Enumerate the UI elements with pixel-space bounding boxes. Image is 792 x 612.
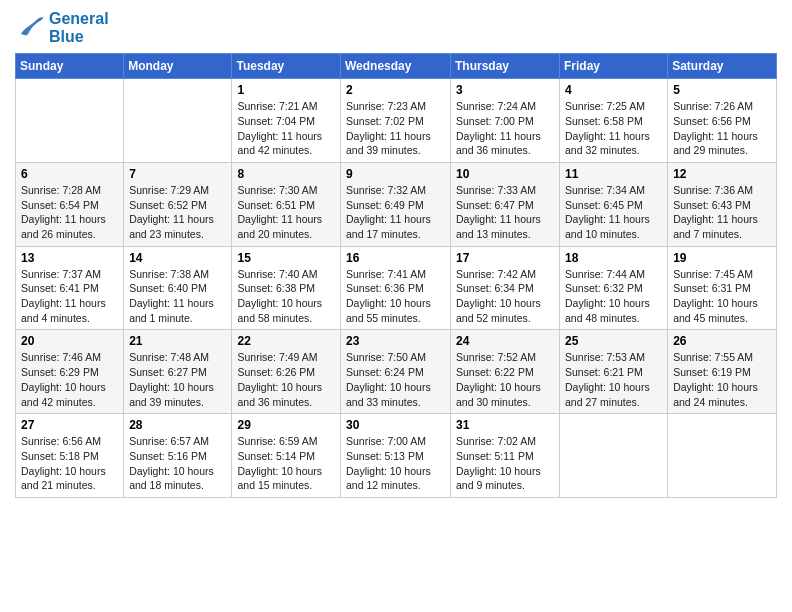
calendar-week-row: 1Sunrise: 7:21 AMSunset: 7:04 PMDaylight… (16, 79, 777, 163)
day-number: 1 (237, 83, 335, 97)
calendar-cell: 2Sunrise: 7:23 AMSunset: 7:02 PMDaylight… (341, 79, 451, 163)
day-number: 18 (565, 251, 662, 265)
day-info: Sunrise: 7:23 AMSunset: 7:02 PMDaylight:… (346, 99, 445, 158)
day-info: Sunrise: 7:24 AMSunset: 7:00 PMDaylight:… (456, 99, 554, 158)
day-number: 24 (456, 334, 554, 348)
calendar-cell: 11Sunrise: 7:34 AMSunset: 6:45 PMDayligh… (560, 162, 668, 246)
page-header: General Blue (15, 10, 777, 45)
day-info: Sunrise: 7:00 AMSunset: 5:13 PMDaylight:… (346, 434, 445, 493)
weekday-header: Wednesday (341, 54, 451, 79)
calendar-cell: 16Sunrise: 7:41 AMSunset: 6:36 PMDayligh… (341, 246, 451, 330)
day-info: Sunrise: 7:42 AMSunset: 6:34 PMDaylight:… (456, 267, 554, 326)
calendar-cell: 18Sunrise: 7:44 AMSunset: 6:32 PMDayligh… (560, 246, 668, 330)
day-info: Sunrise: 7:28 AMSunset: 6:54 PMDaylight:… (21, 183, 118, 242)
day-info: Sunrise: 7:25 AMSunset: 6:58 PMDaylight:… (565, 99, 662, 158)
calendar-cell: 19Sunrise: 7:45 AMSunset: 6:31 PMDayligh… (668, 246, 777, 330)
day-info: Sunrise: 7:49 AMSunset: 6:26 PMDaylight:… (237, 350, 335, 409)
weekday-header: Friday (560, 54, 668, 79)
day-info: Sunrise: 7:45 AMSunset: 6:31 PMDaylight:… (673, 267, 771, 326)
day-number: 14 (129, 251, 226, 265)
day-info: Sunrise: 7:34 AMSunset: 6:45 PMDaylight:… (565, 183, 662, 242)
day-info: Sunrise: 7:32 AMSunset: 6:49 PMDaylight:… (346, 183, 445, 242)
calendar-cell: 23Sunrise: 7:50 AMSunset: 6:24 PMDayligh… (341, 330, 451, 414)
calendar-cell: 8Sunrise: 7:30 AMSunset: 6:51 PMDaylight… (232, 162, 341, 246)
day-info: Sunrise: 7:55 AMSunset: 6:19 PMDaylight:… (673, 350, 771, 409)
calendar-cell: 14Sunrise: 7:38 AMSunset: 6:40 PMDayligh… (124, 246, 232, 330)
day-number: 8 (237, 167, 335, 181)
day-number: 21 (129, 334, 226, 348)
day-number: 30 (346, 418, 445, 432)
day-number: 13 (21, 251, 118, 265)
calendar-cell: 6Sunrise: 7:28 AMSunset: 6:54 PMDaylight… (16, 162, 124, 246)
calendar-week-row: 27Sunrise: 6:56 AMSunset: 5:18 PMDayligh… (16, 414, 777, 498)
day-info: Sunrise: 7:44 AMSunset: 6:32 PMDaylight:… (565, 267, 662, 326)
calendar-cell (560, 414, 668, 498)
day-number: 7 (129, 167, 226, 181)
weekday-header: Tuesday (232, 54, 341, 79)
logo-icon (15, 13, 45, 43)
calendar-cell: 21Sunrise: 7:48 AMSunset: 6:27 PMDayligh… (124, 330, 232, 414)
day-number: 16 (346, 251, 445, 265)
weekday-header: Monday (124, 54, 232, 79)
day-info: Sunrise: 7:38 AMSunset: 6:40 PMDaylight:… (129, 267, 226, 326)
calendar-cell: 1Sunrise: 7:21 AMSunset: 7:04 PMDaylight… (232, 79, 341, 163)
calendar-cell: 27Sunrise: 6:56 AMSunset: 5:18 PMDayligh… (16, 414, 124, 498)
weekday-row: SundayMondayTuesdayWednesdayThursdayFrid… (16, 54, 777, 79)
day-number: 25 (565, 334, 662, 348)
day-info: Sunrise: 6:59 AMSunset: 5:14 PMDaylight:… (237, 434, 335, 493)
calendar-cell: 4Sunrise: 7:25 AMSunset: 6:58 PMDaylight… (560, 79, 668, 163)
calendar-cell: 5Sunrise: 7:26 AMSunset: 6:56 PMDaylight… (668, 79, 777, 163)
calendar-cell: 29Sunrise: 6:59 AMSunset: 5:14 PMDayligh… (232, 414, 341, 498)
day-number: 4 (565, 83, 662, 97)
day-info: Sunrise: 7:40 AMSunset: 6:38 PMDaylight:… (237, 267, 335, 326)
calendar-cell: 20Sunrise: 7:46 AMSunset: 6:29 PMDayligh… (16, 330, 124, 414)
day-number: 27 (21, 418, 118, 432)
calendar-cell: 31Sunrise: 7:02 AMSunset: 5:11 PMDayligh… (451, 414, 560, 498)
day-number: 15 (237, 251, 335, 265)
day-number: 28 (129, 418, 226, 432)
day-info: Sunrise: 7:53 AMSunset: 6:21 PMDaylight:… (565, 350, 662, 409)
weekday-header: Sunday (16, 54, 124, 79)
day-info: Sunrise: 7:36 AMSunset: 6:43 PMDaylight:… (673, 183, 771, 242)
day-info: Sunrise: 7:52 AMSunset: 6:22 PMDaylight:… (456, 350, 554, 409)
day-info: Sunrise: 7:50 AMSunset: 6:24 PMDaylight:… (346, 350, 445, 409)
calendar-header: SundayMondayTuesdayWednesdayThursdayFrid… (16, 54, 777, 79)
day-info: Sunrise: 7:29 AMSunset: 6:52 PMDaylight:… (129, 183, 226, 242)
day-number: 12 (673, 167, 771, 181)
calendar-cell: 22Sunrise: 7:49 AMSunset: 6:26 PMDayligh… (232, 330, 341, 414)
calendar-cell: 25Sunrise: 7:53 AMSunset: 6:21 PMDayligh… (560, 330, 668, 414)
day-number: 31 (456, 418, 554, 432)
page-container: General Blue SundayMondayTuesdayWednesda… (0, 0, 792, 508)
calendar-cell: 17Sunrise: 7:42 AMSunset: 6:34 PMDayligh… (451, 246, 560, 330)
day-info: Sunrise: 7:46 AMSunset: 6:29 PMDaylight:… (21, 350, 118, 409)
weekday-header: Saturday (668, 54, 777, 79)
calendar-week-row: 6Sunrise: 7:28 AMSunset: 6:54 PMDaylight… (16, 162, 777, 246)
calendar-week-row: 13Sunrise: 7:37 AMSunset: 6:41 PMDayligh… (16, 246, 777, 330)
calendar-table: SundayMondayTuesdayWednesdayThursdayFrid… (15, 53, 777, 498)
day-number: 20 (21, 334, 118, 348)
day-number: 2 (346, 83, 445, 97)
calendar-cell: 10Sunrise: 7:33 AMSunset: 6:47 PMDayligh… (451, 162, 560, 246)
calendar-cell: 7Sunrise: 7:29 AMSunset: 6:52 PMDaylight… (124, 162, 232, 246)
calendar-cell (668, 414, 777, 498)
day-info: Sunrise: 6:56 AMSunset: 5:18 PMDaylight:… (21, 434, 118, 493)
calendar-cell: 3Sunrise: 7:24 AMSunset: 7:00 PMDaylight… (451, 79, 560, 163)
calendar-cell: 13Sunrise: 7:37 AMSunset: 6:41 PMDayligh… (16, 246, 124, 330)
day-info: Sunrise: 6:57 AMSunset: 5:16 PMDaylight:… (129, 434, 226, 493)
day-info: Sunrise: 7:02 AMSunset: 5:11 PMDaylight:… (456, 434, 554, 493)
day-number: 26 (673, 334, 771, 348)
day-info: Sunrise: 7:33 AMSunset: 6:47 PMDaylight:… (456, 183, 554, 242)
weekday-header: Thursday (451, 54, 560, 79)
day-info: Sunrise: 7:41 AMSunset: 6:36 PMDaylight:… (346, 267, 445, 326)
day-number: 23 (346, 334, 445, 348)
day-number: 29 (237, 418, 335, 432)
calendar-cell: 26Sunrise: 7:55 AMSunset: 6:19 PMDayligh… (668, 330, 777, 414)
day-info: Sunrise: 7:30 AMSunset: 6:51 PMDaylight:… (237, 183, 335, 242)
calendar-cell: 30Sunrise: 7:00 AMSunset: 5:13 PMDayligh… (341, 414, 451, 498)
calendar-cell (16, 79, 124, 163)
day-number: 10 (456, 167, 554, 181)
calendar-cell: 24Sunrise: 7:52 AMSunset: 6:22 PMDayligh… (451, 330, 560, 414)
calendar-cell: 9Sunrise: 7:32 AMSunset: 6:49 PMDaylight… (341, 162, 451, 246)
day-number: 9 (346, 167, 445, 181)
day-number: 19 (673, 251, 771, 265)
